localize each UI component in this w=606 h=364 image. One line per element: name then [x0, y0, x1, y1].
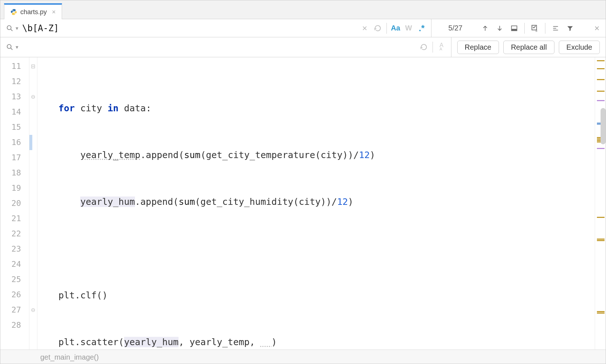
line-number: 11	[0, 59, 29, 74]
preserve-case-icon[interactable]: AA	[435, 41, 448, 54]
line-number: 18	[0, 165, 29, 181]
line-number: 17	[0, 150, 29, 165]
filter-icon[interactable]	[564, 22, 577, 35]
fold-handle-icon[interactable]: ⊖	[29, 302, 37, 318]
close-tab-icon[interactable]: ×	[52, 8, 56, 16]
next-match-icon[interactable]	[493, 22, 506, 35]
code-line[interactable]: yearly_temp.append(sum(get_city_temperat…	[37, 148, 595, 163]
show-filter-icon[interactable]	[549, 22, 562, 35]
tab-filename: charts.py	[20, 8, 47, 16]
gutter: 11 12 13 14 15 16 17 18 19 20 21 22 23 2…	[0, 57, 29, 349]
line-number: 15	[0, 120, 29, 135]
whole-word-toggle[interactable]: W	[402, 22, 415, 35]
tab-bar: charts.py ×	[0, 0, 606, 19]
history-icon[interactable]	[371, 22, 384, 35]
line-number: 23	[0, 241, 29, 257]
code-line[interactable]: plt.clf()	[37, 288, 595, 303]
replace-search-icon[interactable]	[3, 41, 16, 54]
line-number: 26	[0, 287, 29, 302]
code-line[interactable]	[37, 241, 595, 256]
line-number: 28	[0, 318, 29, 333]
open-in-tool-window-icon[interactable]	[508, 22, 521, 35]
code-line[interactable]: for city in data:	[37, 101, 595, 116]
regex-toggle[interactable]: .*	[415, 22, 428, 35]
line-number: 13	[0, 89, 29, 104]
code-line[interactable]: yearly_hum.append(sum(get_city_humidity(…	[37, 194, 595, 210]
svg-text:II: II	[536, 29, 537, 32]
svg-rect-3	[512, 29, 517, 30]
replace-bar: ▾ AA Replace Replace all Exclude	[0, 37, 606, 57]
replace-button[interactable]: Replace	[457, 41, 499, 54]
replace-history-icon[interactable]	[417, 41, 430, 54]
fold-handle-icon[interactable]: ⊟	[29, 59, 37, 74]
scrollbar-thumb[interactable]	[601, 108, 606, 144]
line-number: 12	[0, 74, 29, 89]
line-number: 19	[0, 181, 29, 196]
svg-line-7	[11, 48, 13, 50]
code-area[interactable]: for city in data: yearly_temp.append(sum…	[37, 57, 595, 349]
line-number: 21	[0, 211, 29, 226]
line-number: 20	[0, 196, 29, 211]
prev-match-icon[interactable]	[479, 22, 492, 35]
svg-point-6	[7, 45, 11, 49]
marker-bar[interactable]	[595, 57, 606, 349]
replace-all-button[interactable]: Replace all	[503, 41, 554, 54]
svg-point-0	[7, 25, 11, 29]
clear-search-icon[interactable]: ×	[358, 22, 371, 35]
code-line[interactable]: plt.scatter(yearly_hum, yearly_temp, )	[37, 335, 595, 350]
find-bar: ▾ × Aa W .* 5/27 II ×	[0, 19, 606, 37]
line-number: 16	[0, 135, 29, 150]
match-counter: 5/27	[434, 24, 477, 32]
file-tab[interactable]: charts.py ×	[4, 3, 62, 19]
line-number: 24	[0, 257, 29, 272]
editor: 11 12 13 14 15 16 17 18 19 20 21 22 23 2…	[0, 57, 606, 349]
close-find-bar-icon[interactable]: ×	[590, 22, 603, 35]
line-number: 22	[0, 226, 29, 241]
search-input[interactable]	[20, 22, 358, 35]
exclude-button[interactable]: Exclude	[559, 41, 600, 54]
search-icon[interactable]	[3, 22, 16, 35]
replace-input[interactable]	[20, 41, 417, 54]
match-case-toggle[interactable]: Aa	[389, 22, 402, 35]
svg-line-1	[11, 29, 13, 31]
select-all-occurrences-icon[interactable]: II	[528, 22, 541, 35]
python-file-icon	[10, 8, 17, 16]
line-number: 27	[0, 302, 29, 318]
line-number: 14	[0, 104, 29, 120]
fold-handle-icon[interactable]: ⊖	[29, 89, 37, 104]
line-number: 25	[0, 272, 29, 287]
fold-column: ⊟ ⊖ ⊖	[29, 57, 37, 349]
